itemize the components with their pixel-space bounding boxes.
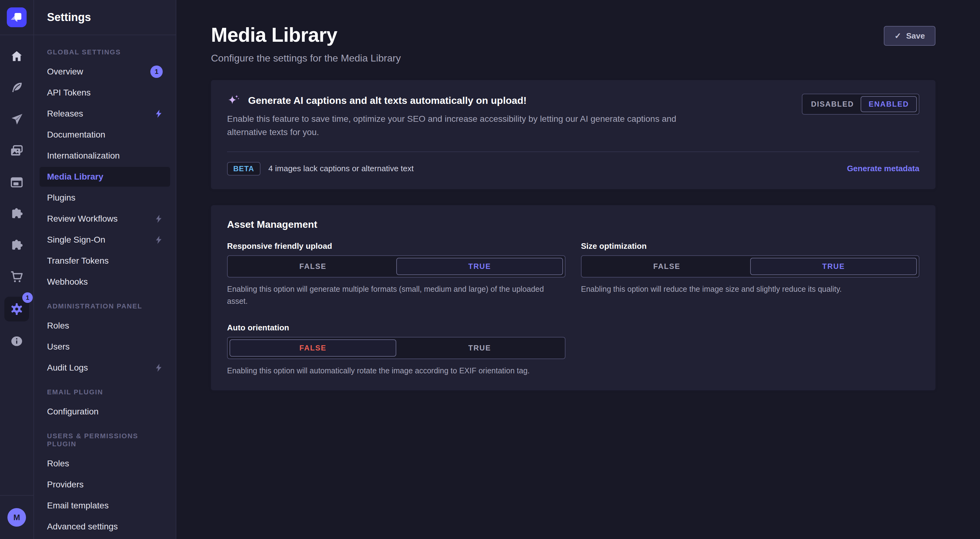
toggle-option-true[interactable]: TRUE (396, 339, 563, 357)
avatar[interactable]: M (8, 508, 26, 526)
lightning-icon (155, 109, 163, 118)
sidebar-item-email-templates[interactable]: Email templates (40, 496, 170, 515)
puzzle-icon[interactable] (9, 238, 24, 253)
toggle-option-false[interactable]: FALSE (229, 258, 396, 275)
sidebar-item-internationalization[interactable]: Internationalization (40, 146, 170, 166)
app-logo[interactable] (7, 8, 27, 27)
sidebar-title: Settings (47, 11, 91, 24)
lightning-icon (155, 235, 163, 244)
sparkles-icon (227, 94, 241, 107)
toggle-option-false[interactable]: FALSE (229, 339, 396, 357)
sidebar-item-up-roles[interactable]: Roles (40, 454, 170, 474)
save-button-label: Save (906, 31, 925, 41)
toggle-option-true[interactable]: TRUE (750, 258, 917, 275)
sidebar-item-admin-roles[interactable]: Roles (40, 316, 170, 336)
notification-badge: 1 (150, 65, 163, 78)
asset-management-card: Asset Management Responsive friendly upl… (211, 205, 935, 390)
sidebar-item-audit-logs[interactable]: Audit Logs (40, 358, 170, 378)
lightning-icon (155, 214, 163, 224)
field-hint: Enabling this option will reduce the ima… (581, 283, 920, 295)
auto-orientation-toggle[interactable]: FALSE TRUE (227, 337, 565, 359)
page-header: Media Library Configure the settings for… (176, 0, 980, 64)
nav-rail: 1 M (0, 0, 34, 539)
page-title: Media Library (211, 24, 401, 46)
sidebar-item-review-workflows[interactable]: Review Workflows (40, 209, 170, 229)
generate-metadata-link[interactable]: Generate metadata (847, 164, 920, 173)
lightning-icon (155, 363, 163, 373)
field-label: Auto orientation (227, 323, 565, 333)
ai-toggle-option-disabled[interactable]: DISABLED (804, 96, 861, 112)
rail-header (0, 0, 33, 35)
sidebar-item-releases[interactable]: Releases (40, 104, 170, 124)
sidebar-item-configuration[interactable]: Configuration (40, 402, 170, 422)
images-icon[interactable] (9, 143, 24, 158)
size-optimization-toggle[interactable]: FALSE TRUE (581, 255, 920, 277)
ai-card-text: Generate AI captions and alt texts autom… (227, 94, 688, 139)
responsive-upload-toggle[interactable]: FALSE TRUE (227, 255, 565, 277)
settings-sidebar: Settings GLOBAL SETTINGS Overview 1 API … (34, 0, 176, 539)
cart-icon[interactable] (9, 270, 24, 284)
section-label-email-plugin: EMAIL PLUGIN (47, 388, 163, 396)
field-label: Responsive friendly upload (227, 241, 565, 251)
puzzle-icon[interactable] (9, 206, 24, 221)
settings-nav-button[interactable]: 1 (4, 297, 29, 322)
toggle-option-true[interactable]: TRUE (396, 258, 563, 275)
sidebar-item-media-library[interactable]: Media Library (40, 167, 170, 187)
ai-toggle-option-enabled[interactable]: ENABLED (861, 96, 917, 112)
ai-enabled-toggle[interactable]: DISABLED ENABLED (802, 94, 920, 115)
sidebar-item-documentation[interactable]: Documentation (40, 125, 170, 145)
ai-status-message: 4 images lack captions or alternative te… (269, 164, 847, 173)
sidebar-item-single-sign-on[interactable]: Single Sign-On (40, 230, 170, 250)
section-label-users-permissions-plugin: USERS & PERMISSIONS PLUGIN (47, 432, 163, 448)
settings-notification-badge: 1 (22, 292, 33, 303)
field-hint: Enabling this option will generate multi… (227, 283, 565, 307)
page-subtitle: Configure the settings for the Media Lib… (211, 52, 401, 64)
ai-card-title: Generate AI captions and alt texts autom… (248, 95, 527, 106)
section-label-administration-panel: ADMINISTRATION PANEL (47, 302, 163, 310)
app-window: 1 M Settings (0, 0, 980, 539)
field-hint: Enabling this option will automatically … (227, 365, 565, 377)
sidebar-item-advanced-settings[interactable]: Advanced settings (40, 517, 170, 536)
save-button[interactable]: ✓ Save (884, 26, 935, 46)
rail-footer: M (0, 495, 33, 539)
feather-icon[interactable] (9, 80, 24, 95)
settings-content: Generate AI captions and alt texts autom… (176, 80, 980, 390)
strapi-logo-icon (8, 8, 26, 27)
card-divider (227, 151, 920, 152)
field-label: Size optimization (581, 241, 920, 251)
beta-badge: BETA (227, 162, 261, 176)
rail-nav: 1 (0, 35, 33, 349)
asset-card-title: Asset Management (227, 219, 920, 230)
sidebar-item-api-tokens[interactable]: API Tokens (40, 83, 170, 103)
layout-icon[interactable] (9, 175, 24, 190)
sidebar-item-overview[interactable]: Overview 1 (40, 62, 170, 82)
sidebar-item-plugins[interactable]: Plugins (40, 188, 170, 208)
sidebar-header: Settings (34, 0, 176, 35)
sidebar-menu: GLOBAL SETTINGS Overview 1 API Tokens Re… (34, 35, 176, 536)
gear-icon (9, 302, 24, 317)
ai-card-description: Enable this feature to save time, optimi… (227, 112, 688, 139)
sidebar-item-transfer-tokens[interactable]: Transfer Tokens (40, 251, 170, 271)
home-icon[interactable] (9, 49, 24, 63)
sidebar-item-webhooks[interactable]: Webhooks (40, 272, 170, 292)
field-responsive-friendly-upload: Responsive friendly upload FALSE TRUE En… (227, 241, 565, 307)
info-icon[interactable] (9, 334, 24, 349)
sidebar-item-providers[interactable]: Providers (40, 475, 170, 495)
field-auto-orientation: Auto orientation FALSE TRUE Enabling thi… (227, 323, 565, 377)
check-icon: ✓ (894, 31, 901, 41)
paper-plane-icon[interactable] (9, 112, 24, 127)
field-size-optimization: Size optimization FALSE TRUE Enabling th… (581, 241, 920, 307)
main-content: Media Library Configure the settings for… (176, 0, 980, 539)
toggle-option-false[interactable]: FALSE (584, 258, 750, 275)
sidebar-item-users[interactable]: Users (40, 337, 170, 357)
ai-captions-card: Generate AI captions and alt texts autom… (211, 80, 935, 189)
section-label-global-settings: GLOBAL SETTINGS (47, 48, 163, 56)
